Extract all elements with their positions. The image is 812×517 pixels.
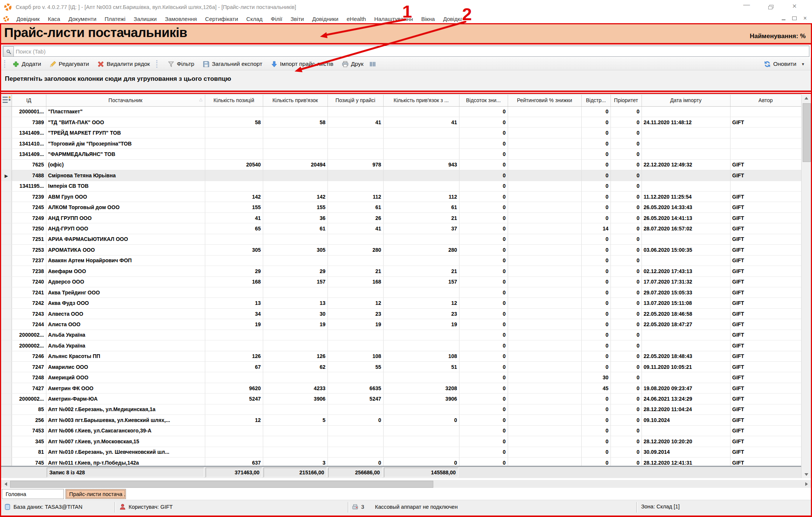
table-cell[interactable]: 0 xyxy=(610,245,642,255)
column-header-8[interactable]: Рейтинговий % знижки xyxy=(508,95,581,107)
table-cell[interactable] xyxy=(508,436,581,447)
row-selector[interactable] xyxy=(1,106,12,117)
row-selector[interactable] xyxy=(1,447,12,457)
table-cell[interactable] xyxy=(508,308,581,319)
table-cell[interactable]: 20540 xyxy=(205,159,263,170)
table-row[interactable]: 2000002...Альба Україна000GIFT xyxy=(1,340,801,351)
table-cell[interactable] xyxy=(263,234,327,244)
horizontal-scroll-thumb[interactable] xyxy=(10,481,433,488)
scroll-up-icon[interactable] xyxy=(802,94,811,102)
row-selector[interactable]: ▶ xyxy=(1,170,12,181)
table-cell[interactable] xyxy=(327,138,383,149)
table-cell[interactable]: 24.06.2021 13:24:29 xyxy=(642,394,730,404)
table-cell[interactable]: Аметрин ФК ООО xyxy=(46,383,205,393)
table-cell[interactable]: 21 xyxy=(327,266,383,276)
table-cell[interactable] xyxy=(508,192,581,202)
table-cell[interactable] xyxy=(730,138,801,149)
column-header-4[interactable]: Кількість прив'язок xyxy=(263,95,327,107)
table-cell[interactable]: Алвеста ООО xyxy=(46,308,205,319)
table-row[interactable]: 7251АРИА ФАРМАСЬЮТИКАЛ ООО000GIFT xyxy=(1,234,801,244)
table-cell[interactable]: 22.05.2020 18:48:43 xyxy=(642,351,730,361)
table-cell[interactable] xyxy=(508,319,581,330)
table-cell[interactable]: Алиста ООО xyxy=(46,319,205,330)
table-cell[interactable]: 0 xyxy=(459,351,508,361)
row-selector[interactable] xyxy=(1,425,12,436)
table-cell[interactable]: 2000002... xyxy=(12,340,46,351)
table-cell[interactable]: 58 xyxy=(205,117,263,127)
table-cell[interactable]: Альба Україна xyxy=(46,330,205,340)
columns-icon[interactable] xyxy=(369,61,376,68)
table-cell[interactable]: 0 xyxy=(581,425,610,436)
minimize-button[interactable]: — xyxy=(741,1,752,9)
table-cell[interactable] xyxy=(205,128,263,138)
table-cell[interactable] xyxy=(508,362,581,372)
table-cell[interactable]: GIFT xyxy=(730,447,801,457)
table-cell[interactable] xyxy=(383,106,459,117)
table-cell[interactable]: 0 xyxy=(581,319,610,330)
table-cell[interactable]: 45 xyxy=(581,383,610,393)
table-cell[interactable]: 0 xyxy=(581,287,610,297)
table-cell[interactable]: Амарилис ООО xyxy=(46,362,205,372)
table-cell[interactable]: 0 xyxy=(610,372,642,383)
table-cell[interactable]: 0 xyxy=(610,223,642,234)
menu-item-склад[interactable]: Склад xyxy=(242,16,267,22)
column-header-5[interactable]: Позицій у прайсі xyxy=(327,95,383,107)
table-cell[interactable]: 7427 xyxy=(12,383,46,393)
table-cell[interactable]: 256 xyxy=(12,415,46,425)
table-cell[interactable]: 0 xyxy=(459,202,508,212)
row-selector[interactable] xyxy=(1,266,12,276)
menu-item-налаштування[interactable]: Налаштування xyxy=(370,16,417,22)
table-cell[interactable]: "ФАРММЕДАЛЬЯНС" ТОВ xyxy=(46,149,205,159)
row-selector[interactable] xyxy=(1,340,12,351)
table-cell[interactable]: 37 xyxy=(383,223,459,234)
table-cell[interactable]: 19 xyxy=(383,319,459,330)
table-cell[interactable]: 29 xyxy=(263,266,327,276)
table-cell[interactable]: Альба Україна xyxy=(46,340,205,351)
table-cell[interactable]: 157 xyxy=(383,276,459,287)
table-cell[interactable] xyxy=(383,234,459,244)
table-cell[interactable]: 0 xyxy=(610,106,642,117)
table-cell[interactable]: GIFT xyxy=(730,298,801,308)
table-cell[interactable] xyxy=(327,149,383,159)
table-cell[interactable]: 0 xyxy=(581,447,610,457)
table-cell[interactable]: 0 xyxy=(581,170,610,181)
table-cell[interactable]: 0 xyxy=(610,415,642,425)
table-cell[interactable]: 85 xyxy=(12,404,46,414)
table-cell[interactable]: 0 xyxy=(610,266,642,276)
table-cell[interactable] xyxy=(730,128,801,138)
toolbar-grip[interactable] xyxy=(4,60,7,68)
table-cell[interactable]: GIFT xyxy=(730,436,801,447)
row-selector[interactable] xyxy=(1,245,12,255)
table-cell[interactable] xyxy=(383,436,459,447)
table-cell[interactable]: 7249 xyxy=(12,212,46,223)
table-cell[interactable] xyxy=(508,425,581,436)
table-cell[interactable]: 0 xyxy=(459,298,508,308)
table-cell[interactable] xyxy=(327,372,383,383)
table-cell[interactable]: GIFT xyxy=(730,234,801,244)
table-cell[interactable]: "ТРЕЙД МАРКЕТ ГРУП" ТОВ xyxy=(46,128,205,138)
table-cell[interactable]: 0 xyxy=(383,415,459,425)
table-cell[interactable] xyxy=(327,128,383,138)
table-cell[interactable]: 0 xyxy=(581,298,610,308)
table-cell[interactable] xyxy=(205,181,263,191)
table-cell[interactable]: Америций ООО xyxy=(46,372,205,383)
table-cell[interactable]: 305 xyxy=(205,245,263,255)
table-cell[interactable]: GIFT xyxy=(730,159,801,170)
table-cell[interactable]: 0 xyxy=(610,308,642,319)
table-cell[interactable]: 0 xyxy=(581,340,610,351)
table-cell[interactable]: АРОМАТИКА ООО xyxy=(46,245,205,255)
table-cell[interactable] xyxy=(263,138,327,149)
table-cell[interactable] xyxy=(508,276,581,287)
table-cell[interactable] xyxy=(263,255,327,266)
table-cell[interactable]: 19 xyxy=(263,319,327,330)
table-cell[interactable]: 41 xyxy=(383,117,459,127)
table-cell[interactable]: 0 xyxy=(581,266,610,276)
table-cell[interactable]: 6635 xyxy=(327,383,383,393)
table-cell[interactable]: 0 xyxy=(459,415,508,425)
table-cell[interactable]: 7241 xyxy=(12,287,46,297)
table-cell[interactable] xyxy=(383,404,459,414)
table-cell[interactable]: 7389 xyxy=(12,117,46,127)
table-cell[interactable]: АЛКОМ Торговый дом ООО xyxy=(46,202,205,212)
table-cell[interactable]: GIFT xyxy=(730,425,801,436)
table-cell[interactable]: 280 xyxy=(383,245,459,255)
